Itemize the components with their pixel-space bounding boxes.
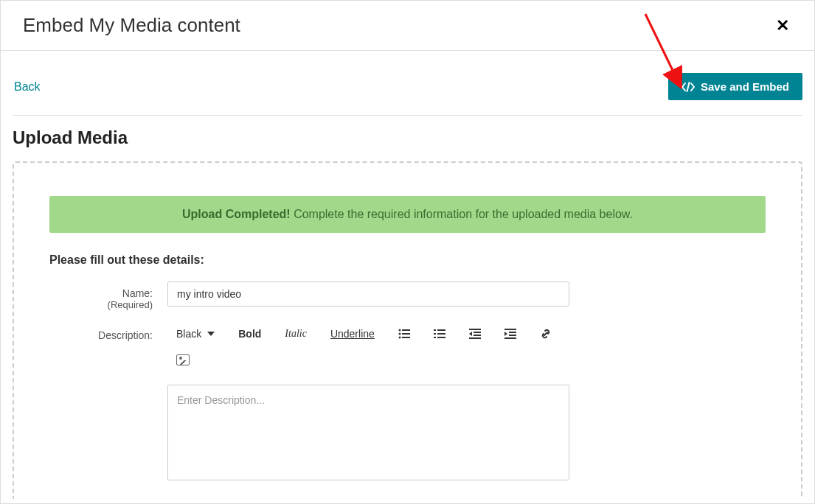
svg-rect-14 xyxy=(474,335,481,336)
name-label: Name: xyxy=(122,287,153,299)
svg-rect-8 xyxy=(434,333,436,335)
alert-text: Complete the required information for th… xyxy=(291,208,633,220)
svg-point-0 xyxy=(398,329,400,332)
upload-success-alert: Upload Completed! Complete the required … xyxy=(49,196,766,233)
name-input[interactable] xyxy=(167,281,569,307)
svg-rect-1 xyxy=(402,329,410,331)
rte-outdent-button[interactable] xyxy=(469,329,481,339)
alert-bold: Upload Completed! xyxy=(182,208,291,220)
page-title: Upload Media xyxy=(13,116,802,161)
scroll-area[interactable]: Back Save and Embed Upload Media Upload … xyxy=(1,51,814,499)
indent-icon xyxy=(504,329,516,339)
svg-rect-18 xyxy=(509,335,516,336)
name-required: (Required) xyxy=(49,299,153,310)
rte-toolbar: Black Bold Italic Underline xyxy=(167,323,766,344)
upload-form-box: Upload Completed! Complete the required … xyxy=(13,161,802,499)
rte-color-dropdown[interactable]: Black xyxy=(176,328,215,340)
rte-italic-button[interactable]: Italic xyxy=(285,328,307,340)
modal-header: Embed My Media content ✕ xyxy=(1,1,814,51)
number-list-icon xyxy=(434,329,445,339)
svg-rect-5 xyxy=(402,337,410,338)
description-editor[interactable]: Enter Description... xyxy=(167,385,569,480)
svg-rect-11 xyxy=(437,337,445,338)
rte-indent-button[interactable] xyxy=(504,329,516,339)
svg-rect-6 xyxy=(434,329,436,331)
description-row: Description: Black Bold Italic Underline xyxy=(49,323,766,480)
save-and-embed-label: Save and Embed xyxy=(701,80,789,93)
rte-bullet-list-button[interactable] xyxy=(398,329,410,339)
rte-toolbar-row2 xyxy=(167,344,766,373)
rte-number-list-button[interactable] xyxy=(434,329,445,339)
description-label-col: Description: xyxy=(49,323,167,480)
svg-rect-3 xyxy=(402,333,410,335)
svg-rect-15 xyxy=(469,337,481,339)
name-label-col: Name: (Required) xyxy=(49,281,167,310)
bullet-list-icon xyxy=(398,329,410,339)
back-link[interactable]: Back xyxy=(13,80,41,94)
code-icon xyxy=(682,82,695,92)
svg-rect-16 xyxy=(504,329,516,330)
svg-rect-7 xyxy=(437,329,445,331)
modal-title: Embed My Media content xyxy=(23,14,240,37)
svg-rect-10 xyxy=(434,337,436,338)
rte-color-label: Black xyxy=(176,328,201,340)
outdent-icon xyxy=(469,329,481,339)
rte-underline-button[interactable]: Underline xyxy=(330,328,375,340)
rte-link-button[interactable] xyxy=(540,328,552,340)
svg-point-4 xyxy=(398,337,400,339)
rte-bold-button[interactable]: Bold xyxy=(238,328,261,340)
details-prompt: Please fill out these details: xyxy=(49,253,766,267)
svg-rect-9 xyxy=(437,333,445,335)
svg-rect-17 xyxy=(509,332,516,333)
action-bar: Back Save and Embed xyxy=(13,60,802,116)
svg-rect-13 xyxy=(474,332,481,333)
svg-rect-19 xyxy=(504,337,516,339)
svg-point-2 xyxy=(398,333,400,335)
save-and-embed-button[interactable]: Save and Embed xyxy=(668,73,802,100)
close-button[interactable]: ✕ xyxy=(773,16,792,35)
chevron-down-icon xyxy=(207,332,215,336)
description-label: Description: xyxy=(98,329,153,341)
svg-rect-12 xyxy=(469,329,481,330)
rte-image-button[interactable] xyxy=(176,354,190,365)
link-icon xyxy=(540,328,552,340)
name-row: Name: (Required) xyxy=(49,281,766,310)
